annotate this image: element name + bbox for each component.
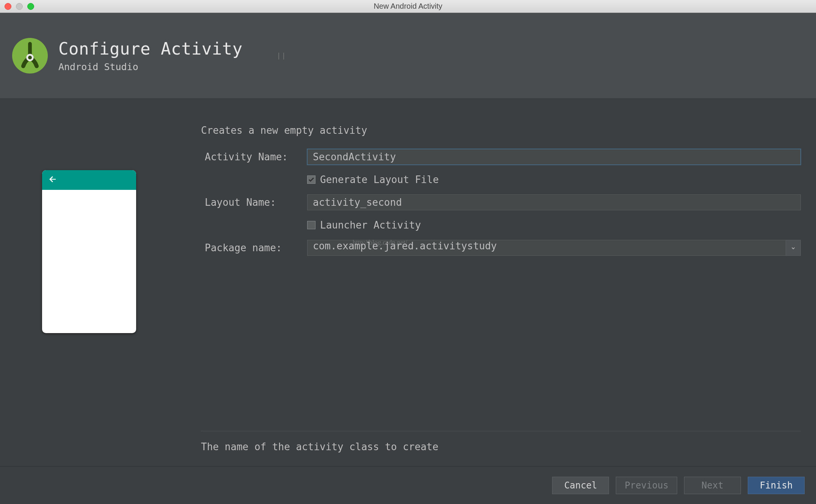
page-subtitle: Android Studio [58, 61, 243, 72]
activity-name-input[interactable] [307, 149, 801, 165]
form-column: Creates a new empty activity Activity Na… [178, 98, 816, 466]
page-title: Configure Activity [58, 39, 243, 58]
launcher-activity-checkbox[interactable] [307, 221, 315, 229]
chevron-down-icon [791, 243, 796, 253]
layout-name-label: Layout Name: [201, 197, 307, 208]
wizard-footer: Cancel Previous Next Finish [0, 466, 816, 504]
layout-name-input[interactable] [307, 194, 801, 210]
package-name-combo[interactable]: com.example.jared.activitystudy [307, 240, 801, 256]
android-studio-logo-icon [11, 37, 49, 74]
hint-text: The name of the activity class to create [201, 431, 801, 466]
cancel-button[interactable]: Cancel [552, 477, 609, 494]
package-name-label: Package name: [201, 242, 307, 254]
activity-preview-column [0, 98, 178, 466]
finish-button[interactable]: Finish [748, 477, 805, 494]
package-name-dropdown-button[interactable] [786, 240, 801, 256]
generate-layout-checkbox[interactable] [307, 175, 315, 184]
previous-button: Previous [616, 477, 677, 494]
launcher-activity-label: Launcher Activity [320, 219, 421, 231]
activity-name-label: Activity Name: [201, 151, 307, 163]
header-drag-grip-icon: || [277, 52, 287, 59]
wizard-header: Configure Activity Android Studio || [0, 13, 816, 98]
wizard-body: Creates a new empty activity Activity Na… [0, 98, 816, 466]
svg-point-2 [28, 56, 32, 59]
package-name-input[interactable]: com.example.jared.activitystudy [307, 240, 786, 256]
generate-layout-checkbox-row[interactable]: Generate Layout File [307, 174, 801, 185]
titlebar: New Android Activity [0, 0, 816, 13]
activity-preview [42, 170, 136, 333]
launcher-activity-checkbox-row[interactable]: Launcher Activity [307, 219, 801, 231]
back-arrow-icon [48, 175, 57, 186]
generate-layout-label: Generate Layout File [320, 174, 439, 185]
form-description: Creates a new empty activity [201, 125, 801, 136]
next-button: Next [684, 477, 741, 494]
window-title: New Android Activity [0, 2, 816, 11]
preview-appbar [42, 170, 136, 190]
